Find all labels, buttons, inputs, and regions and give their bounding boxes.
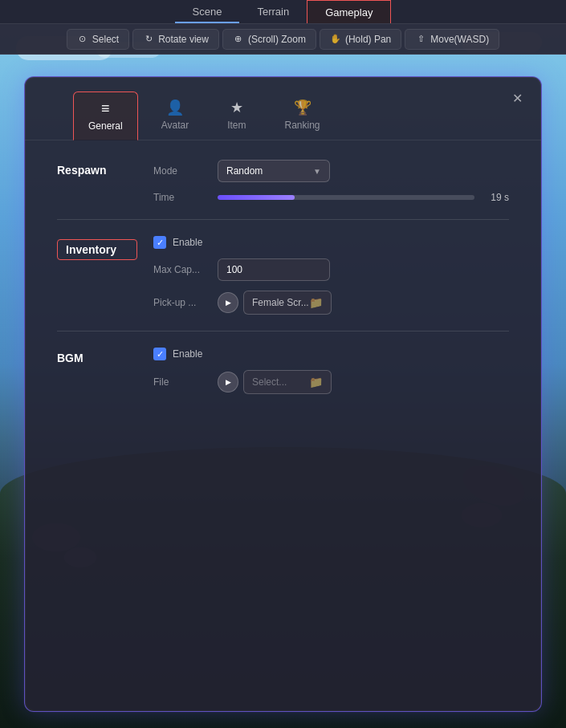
- bgm-label: BGM: [57, 352, 83, 364]
- inventory-label-wrap: Inventory: [57, 236, 137, 315]
- bgm-play-button[interactable]: ▶: [218, 372, 238, 392]
- toolbar-zoom-btn[interactable]: ⊕ (Scroll) Zoom: [222, 29, 316, 50]
- bgm-file-picker: ▶ Select... 📁: [218, 370, 332, 394]
- time-slider-value: 19 s: [481, 192, 509, 203]
- maxcap-input[interactable]: 100: [218, 258, 330, 281]
- respawn-label: Respawn: [57, 160, 137, 203]
- avatar-icon: 👤: [166, 99, 184, 116]
- time-slider-fill: [218, 195, 295, 200]
- toolbar-rotate-btn[interactable]: ↻ Rotate view: [132, 29, 219, 50]
- select-icon: ⊙: [77, 34, 88, 45]
- bgm-folder-icon: 📁: [309, 376, 323, 388]
- respawn-time-row: Time 19 s: [153, 192, 509, 203]
- bgm-file-row: File ▶ Select... 📁: [153, 370, 509, 394]
- inventory-enable-row: ✓ Enable: [153, 236, 509, 249]
- tab-item[interactable]: ★ Item: [212, 90, 261, 140]
- bgm-label-wrap: BGM: [57, 348, 137, 394]
- close-button[interactable]: ✕: [507, 88, 527, 108]
- divider-1: [57, 219, 509, 220]
- tab-general[interactable]: ≡ General: [73, 92, 138, 140]
- inventory-pickup-row: Pick-up ... ▶ Female Scr... 📁: [153, 291, 509, 315]
- top-nav: Scene Terrain Gameplay: [0, 0, 566, 24]
- toolbar-move-btn[interactable]: ⇧ Move(WASD): [405, 29, 499, 50]
- bgm-enable-label: Enable: [173, 348, 202, 360]
- toolbar: ⊙ Select ↻ Rotate view ⊕ (Scroll) Zoom ✋…: [0, 24, 566, 55]
- inventory-section: Inventory ✓ Enable Max Cap... 100: [57, 236, 509, 315]
- respawn-section: Respawn Mode Random ▼ Time: [57, 160, 509, 203]
- toolbar-select-btn[interactable]: ⊙ Select: [67, 29, 129, 50]
- bgm-layout: BGM ✓ Enable File ▶: [57, 348, 509, 394]
- toolbar-pan-btn[interactable]: ✋ (Hold) Pan: [320, 29, 401, 50]
- bgm-enable-checkbox-wrap[interactable]: ✓ Enable: [153, 348, 202, 360]
- panel-content: Respawn Mode Random ▼ Time: [25, 140, 541, 710]
- general-icon: ≡: [101, 100, 110, 117]
- pickup-folder-icon: 📁: [309, 296, 323, 309]
- nav-tab-terrain[interactable]: Terrain: [239, 0, 307, 23]
- tab-ranking[interactable]: 🏆 Ranking: [270, 90, 336, 140]
- inventory-maxcap-row: Max Cap... 100: [153, 258, 509, 281]
- nav-tab-scene[interactable]: Scene: [175, 0, 240, 23]
- zoom-icon: ⊕: [233, 34, 244, 45]
- pickup-file-field[interactable]: Female Scr... 📁: [243, 291, 332, 315]
- move-icon: ⇧: [415, 34, 426, 45]
- tab-avatar[interactable]: 👤 Avatar: [146, 90, 204, 140]
- mode-dropdown[interactable]: Random ▼: [218, 160, 330, 182]
- time-slider-track[interactable]: [218, 195, 474, 200]
- rotate-icon: ↻: [143, 34, 154, 45]
- bgm-section: BGM ✓ Enable File ▶: [57, 348, 509, 394]
- inventory-enable-label: Enable: [173, 237, 202, 248]
- maxcap-label: Max Cap...: [153, 264, 210, 275]
- pan-icon: ✋: [330, 34, 341, 45]
- bgm-enable-checkbox[interactable]: ✓: [153, 348, 166, 360]
- pickup-file-picker: ▶ Female Scr... 📁: [218, 291, 332, 315]
- pickup-play-button[interactable]: ▶: [218, 292, 238, 313]
- respawn-layout: Respawn Mode Random ▼ Time: [57, 160, 509, 203]
- gameplay-panel: ≡ General 👤 Avatar ★ Item 🏆 Ranking ✕ Re…: [24, 76, 542, 712]
- bgm-enable-row: ✓ Enable: [153, 348, 509, 360]
- time-slider-container: 19 s: [218, 192, 509, 203]
- pickup-label: Pick-up ...: [153, 297, 210, 308]
- ranking-icon: 🏆: [294, 99, 312, 116]
- dropdown-arrow-icon: ▼: [313, 167, 321, 176]
- respawn-mode-row: Mode Random ▼: [153, 160, 509, 182]
- bgm-fields: ✓ Enable File ▶ Select... 📁: [153, 348, 509, 394]
- file-label: File: [153, 376, 210, 388]
- inventory-layout: Inventory ✓ Enable Max Cap... 100: [57, 236, 509, 315]
- respawn-fields: Mode Random ▼ Time 19 s: [153, 160, 509, 203]
- nav-tab-gameplay[interactable]: Gameplay: [307, 0, 391, 23]
- inventory-label: Inventory: [57, 239, 137, 260]
- bgm-file-field[interactable]: Select... 📁: [243, 370, 332, 394]
- inventory-enable-checkbox[interactable]: ✓: [153, 236, 166, 249]
- item-icon: ★: [230, 99, 243, 116]
- time-label: Time: [153, 192, 210, 203]
- mode-label: Mode: [153, 165, 210, 177]
- inventory-enable-checkbox-wrap[interactable]: ✓ Enable: [153, 236, 202, 249]
- divider-2: [57, 331, 509, 331]
- panel-tabs: ≡ General 👤 Avatar ★ Item 🏆 Ranking: [25, 77, 541, 140]
- inventory-fields: ✓ Enable Max Cap... 100 Pick-up ...: [153, 236, 509, 315]
